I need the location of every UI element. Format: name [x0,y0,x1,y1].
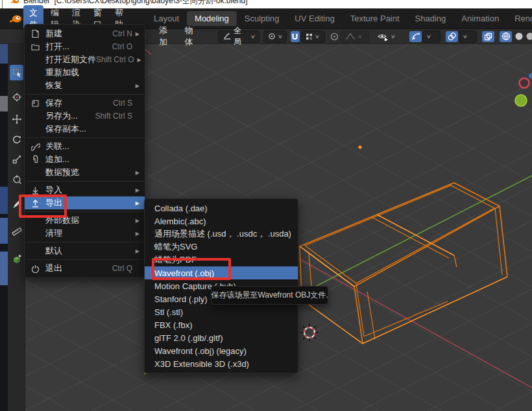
chevron-down-icon: ∨ [463,34,468,40]
tab-modeling[interactable]: Modeling [187,11,237,26]
selected-wireframe-box[interactable] [300,183,507,344]
save-icon [31,99,45,108]
menu-add[interactable]: 添加 [152,25,178,48]
menu-object[interactable]: 物体 [178,25,204,48]
submenu-arrow-icon: ▶ [134,170,139,176]
overlays-dropdown[interactable]: ∨ [459,30,477,43]
menu-separator [25,94,144,95]
menu-separator [25,259,144,260]
paperclip-icon [31,155,45,164]
export-item-wavefront-legacy[interactable]: Wavefront (.obj) (legacy) [145,344,298,357]
overlays-icon [448,32,456,41]
shading-material-button[interactable] [526,31,532,42]
export-item-usd[interactable]: 通用场景描述 (.usd， .usdc， .usda) [145,228,298,241]
show-object-types-dropdown[interactable]: ∨ [373,31,405,42]
menu-item-clean-up[interactable]: 清理 ▶ [25,227,145,240]
tool-add-cube[interactable] [10,252,23,267]
proportional-editing-toggle[interactable] [330,31,339,42]
menu-item-save-as[interactable]: 另存为... Shift Ctrl S [25,110,145,123]
export-item-fbx[interactable]: FBX (.fbx) [145,318,298,331]
submenu-arrow-icon: ▶ [136,57,141,63]
nav-gizmo[interactable] [515,73,532,106]
chevron-down-icon: ∨ [315,34,320,40]
tab-shading[interactable]: Shading [407,11,454,26]
export-item-grease-pencil-pdf[interactable]: 蜡笔为PDF [145,253,298,266]
tooltip: 保存该场景至Wavefront OBJ文件. [211,286,328,305]
menu-item-save[interactable]: 保存 Ctrl S [25,97,145,110]
export-item-collada[interactable]: Collada (.dae) [145,202,298,215]
menu-item-quit[interactable]: 退出 Ctrl Q [25,262,145,275]
solid-sphere-icon [514,32,524,41]
show-gizmo-toggle[interactable] [409,31,422,42]
menu-item-new[interactable]: 新建 Ctrl N ▶ [25,27,145,40]
tab-layout[interactable]: Layout [146,11,187,26]
tool-measure[interactable] [10,224,23,239]
export-item-stl[interactable]: Stl (.stl) [145,305,298,318]
tab-texture-paint[interactable]: Texture Paint [343,11,407,26]
chevron-down-icon: ∨ [391,34,396,40]
export-item-wavefront-obj[interactable]: Wavefront (.obj) [145,266,298,279]
snap-grid-icon [306,33,313,40]
wireframe-sphere-icon [502,32,511,41]
tool-transform[interactable] [10,172,23,187]
menu-item-save-copy[interactable]: 保存副本... [25,123,145,135]
tool-move[interactable] [10,112,23,127]
file-new-icon [31,29,45,38]
orientation-value: 全局 [234,25,248,47]
proportional-circle-icon [330,32,339,41]
power-icon [31,264,45,273]
menu-item-defaults[interactable]: 默认 ▶ [25,244,145,257]
menu-item-recover[interactable]: 恢复 ▶ [25,79,145,92]
menu-item-open[interactable]: 打开... Ctrl O [25,40,145,53]
orientation-axes-icon [223,32,231,40]
submenu-arrow-icon: ▶ [134,31,139,37]
falloff-curve-icon [345,32,356,40]
pivot-point-dropdown[interactable]: ∨ [263,30,287,43]
menu-separator [25,242,144,242]
shading-wireframe-button[interactable] [500,31,512,42]
object-origin-dot [358,145,361,148]
tab-uv-editing[interactable]: UV Editing [287,11,342,26]
menu-item-export[interactable]: 导出 ▶ [25,196,145,209]
shading-solid-button[interactable] [513,31,525,42]
chevron-down-icon: ∨ [250,34,256,40]
tool-rotate[interactable] [10,132,23,147]
menu-item-external-data[interactable]: 外部数据 ▶ [25,214,145,227]
3d-cursor [300,323,319,342]
export-item-x3d[interactable]: X3D Extensible 3D (.x3d) [145,357,298,370]
menu-item-append[interactable]: 追加... [25,153,145,166]
blender-logo-icon [10,0,19,5]
magnet-icon [291,32,299,41]
gizmo-dropdown[interactable]: ∨ [422,30,441,43]
export-item-grease-pencil-svg[interactable]: 蜡笔为SVG [145,241,298,253]
chevron-down-icon: ∨ [357,34,363,40]
tool-annotate[interactable] [10,196,23,212]
menu-item-import[interactable]: 导入 ▶ [25,183,145,196]
chevron-down-icon: ∨ [426,34,431,40]
export-item-gltf[interactable]: glTF 2.0 (.glb/.gltf) [145,331,298,344]
snap-toggle[interactable] [291,31,300,42]
transform-orientation-dropdown[interactable]: 全局 ∨ [218,30,260,43]
blender-logo-button[interactable] [9,14,22,24]
pivot-icon [268,32,276,40]
snap-with-dropdown[interactable]: ∨ [301,30,325,43]
submenu-arrow-icon: ▶ [134,218,139,224]
submenu-arrow-icon: ▶ [134,231,139,237]
show-overlays-toggle[interactable] [446,31,458,42]
tool-cursor[interactable] [10,89,23,105]
menu-separator [25,211,144,212]
menu-item-data-preview[interactable]: 数据预览 ▶ [25,166,145,179]
menu-item-link[interactable]: 关联... [25,140,145,153]
proportional-falloff-dropdown[interactable]: ∨ [341,30,369,43]
window-edge [2,0,3,8]
tab-animation[interactable]: Animation [453,11,507,26]
tab-rendering[interactable]: Renderi [507,11,532,26]
submenu-arrow-icon: ▶ [134,187,139,193]
export-item-alembic[interactable]: Alembic(.abc) [145,215,298,228]
menu-item-open-recent[interactable]: 打开近期文件 Shift Ctrl O ▶ [25,53,145,66]
menu-item-revert[interactable]: 重新加载 [25,66,145,79]
tool-select-box[interactable] [10,65,23,80]
tab-sculpting[interactable]: Sculpting [237,11,287,26]
tool-scale[interactable] [10,152,23,167]
xray-toggle[interactable] [482,31,494,42]
